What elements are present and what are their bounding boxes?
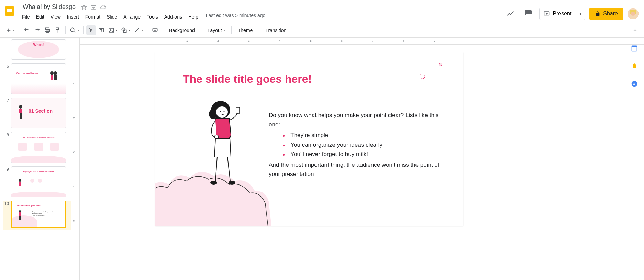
title-row: Whala! by Slidesgo <box>18 3 503 11</box>
canvas-area[interactable]: 1 2 3 4 5 6 7 8 9 The slide title goes h… <box>80 38 644 280</box>
menu-view[interactable]: View <box>48 13 64 21</box>
slide-thumb-wrap: 8 You could use three columns, why not? <box>3 132 71 163</box>
comment-button[interactable] <box>150 25 160 35</box>
comments-icon[interactable] <box>521 7 535 21</box>
menu-help[interactable]: Help <box>186 13 201 21</box>
decorative-circle[interactable] <box>420 74 425 79</box>
slide-bullet-list: They're simple You can organize your ide… <box>269 131 447 159</box>
slide-thumb-wrap: 10 The slide title goes here! Do you kno… <box>3 201 71 230</box>
bullet-item: They're simple <box>282 131 447 140</box>
svg-point-6 <box>632 13 632 14</box>
chevron-down-icon: ▼ <box>579 12 582 16</box>
new-slide-button[interactable]: ▾ <box>4 25 16 35</box>
slide-outro: And the most important thing: the audien… <box>269 160 447 179</box>
ruler-mark: 5 <box>73 220 76 222</box>
slide-thumb[interactable]: Our company Mercury <box>11 63 66 94</box>
menu-format[interactable]: Format <box>82 13 103 21</box>
slide-thumb-active[interactable]: The slide title goes here! Do you know w… <box>11 201 66 228</box>
tasks-panel-icon[interactable] <box>631 80 638 87</box>
svg-point-39 <box>210 181 217 185</box>
star-icon[interactable] <box>80 4 87 11</box>
cloud-icon[interactable] <box>100 4 107 11</box>
menu-insert[interactable]: Insert <box>64 13 82 21</box>
ruler-mark: 8 <box>403 39 404 42</box>
svg-point-28 <box>19 210 21 212</box>
menu-file[interactable]: File <box>19 13 33 21</box>
divider <box>163 26 163 34</box>
slide-thumb-wrap: 9 Maybe you need to divide the content <box>3 166 71 197</box>
slide-body-textbox[interactable]: Do you know what helps you make your poi… <box>269 111 447 180</box>
ruler-mark: 1 <box>186 39 188 42</box>
slide-thumb[interactable]: You could use three columns, why not? <box>11 132 66 163</box>
collapse-toolbar-button[interactable] <box>630 25 640 35</box>
svg-point-5 <box>631 12 635 16</box>
redo-button[interactable] <box>32 25 42 35</box>
divider <box>259 26 259 34</box>
last-edit-link[interactable]: Last edit was 5 minutes ago <box>206 13 266 21</box>
menu-tools[interactable]: Tools <box>144 13 161 21</box>
slide-thumb[interactable]: Maybe you need to divide the content <box>11 166 66 197</box>
svg-point-22 <box>19 105 22 109</box>
divider <box>147 26 147 34</box>
zoom-button[interactable]: ▾ <box>68 25 80 35</box>
menu-slide[interactable]: Slide <box>104 13 120 21</box>
theme-button[interactable]: Theme <box>234 25 256 35</box>
undo-button[interactable] <box>22 25 32 35</box>
print-button[interactable] <box>43 25 52 35</box>
background-button[interactable]: Background <box>166 25 198 35</box>
svg-rect-24 <box>20 113 21 119</box>
keep-panel-icon[interactable] <box>631 63 638 69</box>
menu-edit[interactable]: Edit <box>33 13 47 21</box>
svg-point-37 <box>214 135 219 138</box>
main-area: Whoa! 6 Our company Mercury 7 01 Section… <box>0 38 644 280</box>
decorative-circle[interactable] <box>439 63 442 66</box>
calendar-panel-icon[interactable] <box>631 45 638 52</box>
ruler-mark: 4 <box>73 186 76 187</box>
divider <box>19 26 19 34</box>
divider <box>231 26 232 34</box>
slides-logo[interactable] <box>3 4 16 18</box>
toolbar: ▾ ▾ ▾ ▾ ▾ Background Layout▾ Theme Trans… <box>0 23 644 38</box>
ruler-mark: 3 <box>73 151 76 153</box>
svg-point-18 <box>50 71 54 75</box>
image-button[interactable]: ▾ <box>107 25 119 35</box>
layout-button[interactable]: Layout▾ <box>204 25 229 35</box>
slide-number: 7 <box>3 98 9 128</box>
menu-arrange[interactable]: Arrange <box>121 13 143 21</box>
transition-button[interactable]: Transition <box>262 25 290 35</box>
share-button[interactable]: Share <box>589 8 623 20</box>
slide-title[interactable]: The slide title goes here! <box>183 73 312 86</box>
filmstrip[interactable]: Whoa! 6 Our company Mercury 7 01 Section… <box>0 38 73 280</box>
divider <box>201 26 201 34</box>
share-label: Share <box>603 11 618 17</box>
shape-button[interactable]: ▾ <box>120 25 132 35</box>
doc-title[interactable]: Whala! by Slidesgo <box>21 3 78 11</box>
paint-format-button[interactable] <box>53 25 63 35</box>
menu-addons[interactable]: Add-ons <box>162 13 185 21</box>
present-label: Present <box>553 11 571 17</box>
slide-number <box>3 39 9 60</box>
slide-number: 8 <box>3 132 9 163</box>
svg-rect-1 <box>7 9 12 12</box>
person-illustration[interactable] <box>197 100 245 190</box>
slide-thumb[interactable]: 01 Section <box>11 98 66 128</box>
user-avatar[interactable] <box>628 8 639 19</box>
select-tool[interactable] <box>86 25 96 35</box>
textbox-button[interactable] <box>97 25 106 35</box>
svg-point-35 <box>220 111 221 112</box>
present-button[interactable]: Present <box>540 11 576 17</box>
svg-rect-42 <box>632 46 637 47</box>
slide-canvas[interactable]: The slide title goes here! <box>155 52 463 226</box>
present-dropdown[interactable]: ▼ <box>576 8 585 20</box>
svg-point-34 <box>216 106 228 118</box>
chevron-down-icon: ▾ <box>77 28 79 32</box>
activity-icon[interactable] <box>503 7 517 21</box>
svg-point-11 <box>70 28 74 32</box>
ruler-mark: 2 <box>73 117 76 119</box>
chevron-down-icon: ▾ <box>116 28 118 32</box>
move-icon[interactable] <box>90 4 97 11</box>
present-icon <box>544 11 550 17</box>
line-button[interactable]: ▾ <box>132 25 144 35</box>
thumb-title: The slide title goes here! <box>17 205 41 207</box>
slide-thumb[interactable]: Whoa! <box>11 39 66 60</box>
